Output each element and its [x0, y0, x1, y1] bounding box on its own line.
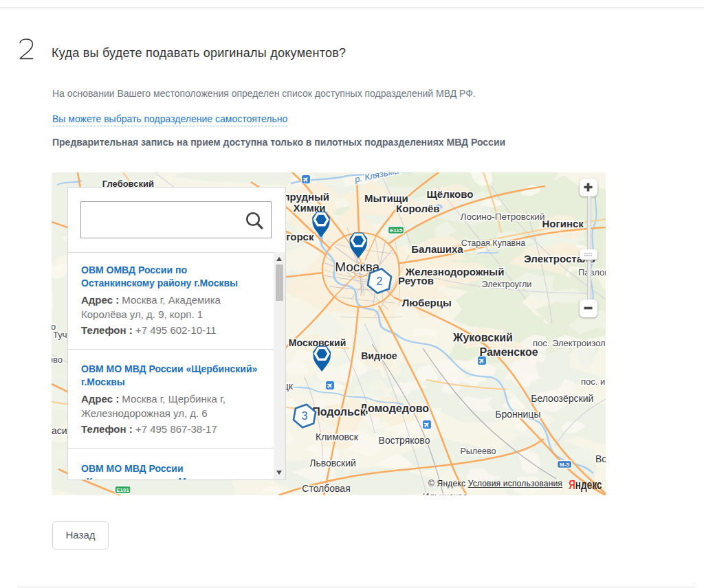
- svg-text:Реутов: Реутов: [398, 275, 434, 286]
- svg-text:Балашиха: Балашиха: [411, 243, 463, 255]
- svg-text:E101: E101: [116, 487, 129, 493]
- svg-text:о: о: [52, 321, 56, 332]
- svg-text:Львовский: Львовский: [309, 457, 356, 468]
- svg-text:Домодедово: Домодедово: [360, 403, 429, 414]
- svg-text:Раменское: Раменское: [479, 346, 538, 358]
- svg-text:Подольск: Подольск: [312, 406, 366, 418]
- svg-text:Павлово: Павлово: [578, 267, 606, 278]
- svg-text:Королёв: Королёв: [396, 203, 439, 214]
- svg-text:Щёлково: Щёлково: [427, 188, 474, 200]
- svg-text:пос. им. Цюрупы: пос. им. Цюрупы: [581, 376, 606, 387]
- svg-text:Старая Купавна: Старая Купавна: [461, 238, 526, 248]
- svg-text:Воскресенск: Воскресенск: [595, 453, 606, 464]
- svg-text:3: 3: [302, 410, 308, 422]
- svg-text:Рылеево: Рылеево: [460, 446, 496, 456]
- svg-text:Климовск: Климовск: [316, 431, 359, 442]
- svg-text:Столбовая: Столбовая: [302, 483, 350, 494]
- svg-text:E115: E115: [390, 227, 403, 234]
- svg-text:Белоозёрский: Белоозёрский: [531, 393, 593, 404]
- svg-text:М-5: М-5: [560, 462, 569, 468]
- svg-text:2: 2: [377, 275, 383, 287]
- svg-text:Лосино-Петровский: Лосино-Петровский: [461, 212, 545, 222]
- svg-text:пос. Электроизолятор: пос. Электроизолятор: [533, 338, 606, 348]
- svg-text:Востряково: Востряково: [379, 435, 430, 446]
- svg-text:Ильинское: Ильинское: [423, 491, 468, 495]
- svg-text:Люберцы: Люберцы: [402, 297, 452, 308]
- svg-text:Бронницы: Бронницы: [495, 409, 540, 420]
- svg-text:ово: ово: [52, 354, 63, 365]
- svg-text:Ногинск: Ногинск: [542, 218, 584, 229]
- svg-text:Видное: Видное: [361, 350, 397, 361]
- svg-text:Электроугли: Электроугли: [482, 280, 532, 289]
- svg-text:Жуковский: Жуковский: [452, 332, 513, 343]
